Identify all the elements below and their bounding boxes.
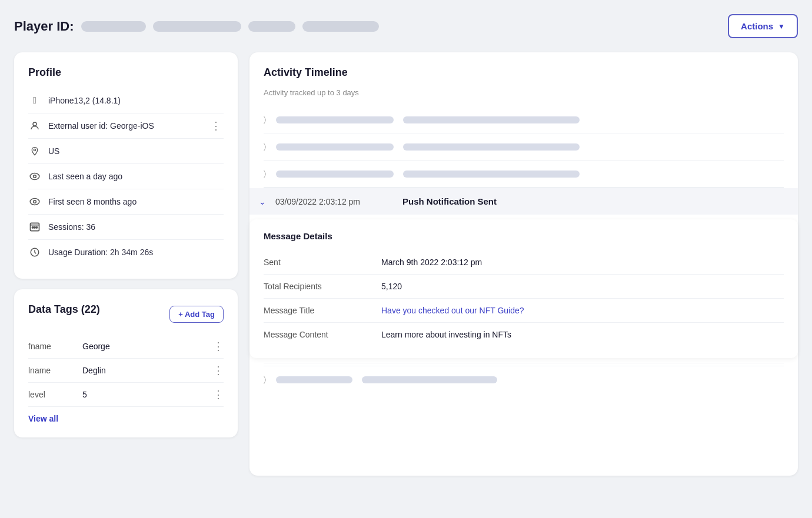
msg-label-content: Message Content — [264, 330, 358, 339]
msg-detail-content: Message Content Learn more about investi… — [264, 323, 784, 346]
sessions-icon — [28, 220, 41, 233]
external-id-row: External user id: George-iOS ⋮ — [48, 119, 224, 132]
external-id-menu[interactable]: ⋮ — [208, 119, 224, 132]
main-layout: Profile  iPhone13,2 (14.8.1) External u… — [14, 52, 798, 476]
last-seen-text: Last seen a day ago — [48, 172, 122, 181]
timeline-skeleton-row-2: 〉 — [264, 133, 784, 161]
tag-menu-level[interactable]: ⋮ — [213, 388, 224, 401]
tag-row-fname: fname George ⋮ — [28, 335, 224, 359]
profile-item-sessions: Sessions: 36 — [28, 215, 224, 240]
chevron-right-icon-1[interactable]: 〉 — [264, 115, 267, 125]
player-id-skeleton-1 — [81, 21, 146, 32]
location-icon — [28, 145, 41, 158]
svg-point-1 — [34, 149, 35, 151]
message-details-title: Message Details — [264, 231, 784, 241]
svg-point-2 — [30, 173, 39, 180]
tag-key-level: level — [28, 390, 75, 399]
page-header: Player ID: Actions ▼ — [14, 14, 798, 38]
eye-icon-last — [28, 170, 41, 183]
svg-point-3 — [34, 175, 36, 178]
msg-label-sent: Sent — [264, 258, 358, 267]
timeline-bottom-skeleton-row: 〉 — [264, 366, 784, 393]
skeleton-left-2 — [276, 143, 394, 151]
timeline-title: Activity Timeline — [264, 66, 784, 79]
chevron-right-icon-2[interactable]: 〉 — [264, 142, 267, 152]
usage-text: Usage Duration: 2h 34m 26s — [48, 248, 153, 257]
profile-item-last-seen: Last seen a day ago — [28, 164, 224, 189]
chevron-right-icon-bottom[interactable]: 〉 — [264, 375, 267, 385]
timeline-skeleton-row-3: 〉 — [264, 161, 784, 188]
msg-detail-recipients: Total Recipients 5,120 — [264, 275, 784, 299]
timeline-list: 〉 〉 〉 — [264, 106, 784, 188]
tag-val-level: 5 — [82, 390, 206, 399]
skeleton-right-1 — [403, 116, 580, 123]
apple-icon:  — [28, 94, 41, 107]
msg-value-sent: March 9th 2022 2:03:12 pm — [381, 258, 482, 267]
skeleton-left-1 — [276, 116, 394, 123]
actions-button[interactable]: Actions ▼ — [728, 14, 798, 38]
profile-item-first-seen: First seen 8 months ago — [28, 189, 224, 215]
msg-label-recipients: Total Recipients — [264, 282, 358, 291]
svg-point-7 — [32, 227, 34, 229]
bottom-skeleton-left — [276, 376, 352, 383]
msg-value-recipients: 5,120 — [381, 282, 402, 291]
expanded-datetime: 03/09/2022 2:03:12 pm — [275, 197, 393, 206]
profile-card: Profile  iPhone13,2 (14.8.1) External u… — [14, 52, 238, 279]
skeleton-right-2 — [403, 143, 580, 151]
view-all-link[interactable]: View all — [28, 414, 58, 423]
bottom-skeleton-right — [362, 376, 497, 383]
tag-table: fname George ⋮ lname Deglin ⋮ level 5 ⋮ — [28, 335, 224, 407]
svg-point-8 — [34, 227, 36, 229]
actions-label: Actions — [741, 21, 773, 31]
tag-row-level: level 5 ⋮ — [28, 383, 224, 407]
player-id-skeleton-2 — [153, 21, 241, 32]
profile-title: Profile — [28, 66, 224, 79]
eye-icon-first — [28, 195, 41, 208]
msg-value-content: Learn more about investing in NFTs — [381, 330, 511, 339]
tag-menu-fname[interactable]: ⋮ — [213, 340, 224, 353]
location-text: US — [48, 146, 59, 156]
data-tags-header: Data Tags (22) + Add Tag — [28, 303, 224, 325]
tag-val-lname: Deglin — [82, 366, 206, 375]
data-tags-count: (22) — [81, 303, 100, 315]
msg-detail-title-row: Message Title Have you checked out our N… — [264, 299, 784, 323]
msg-label-title: Message Title — [264, 306, 358, 315]
left-column: Profile  iPhone13,2 (14.8.1) External u… — [14, 52, 238, 437]
timeline-skeleton-row-1: 〉 — [264, 106, 784, 133]
tag-key-fname: fname — [28, 342, 75, 351]
external-id-text: External user id: George-iOS — [48, 121, 154, 131]
expanded-row-header[interactable]: ⌄ 03/09/2022 2:03:12 pm Push Notificatio… — [249, 188, 798, 215]
sessions-text: Sessions: 36 — [48, 222, 95, 232]
timeline-subtitle: Activity tracked up to 3 days — [264, 88, 784, 97]
profile-list:  iPhone13,2 (14.8.1) External user id: … — [28, 88, 224, 265]
player-id-row: Player ID: — [14, 19, 379, 34]
data-tags-title: Data Tags (22) — [28, 303, 100, 316]
tag-row-lname: lname Deglin ⋮ — [28, 359, 224, 383]
chevron-down-icon-expanded: ⌄ — [259, 197, 266, 206]
msg-detail-sent: Sent March 9th 2022 2:03:12 pm — [264, 250, 784, 275]
player-id-label: Player ID: — [14, 19, 74, 34]
profile-item-external-id: External user id: George-iOS ⋮ — [28, 113, 224, 139]
chevron-down-icon: ▼ — [778, 22, 785, 31]
activity-timeline-card: Activity Timeline Activity tracked up to… — [249, 52, 798, 476]
svg-point-0 — [33, 122, 36, 126]
profile-item-location: US — [28, 139, 224, 164]
add-tag-button[interactable]: + Add Tag — [169, 306, 224, 323]
svg-point-5 — [34, 200, 36, 203]
skeleton-left-3 — [276, 171, 394, 178]
msg-value-title-link[interactable]: Have you checked out our NFT Guide? — [381, 306, 524, 315]
timeline-expanded-row: ⌄ 03/09/2022 2:03:12 pm Push Notificatio… — [264, 188, 784, 363]
profile-item-usage: Usage Duration: 2h 34m 26s — [28, 240, 224, 265]
svg-point-4 — [30, 199, 39, 205]
data-tags-card: Data Tags (22) + Add Tag fname George ⋮ … — [14, 289, 238, 437]
svg-point-9 — [36, 227, 38, 229]
expanded-event: Push Notification Sent — [402, 196, 497, 206]
skeleton-right-3 — [403, 171, 580, 178]
message-details-panel: Message Details Sent March 9th 2022 2:03… — [249, 219, 798, 358]
player-id-skeleton-4 — [302, 21, 379, 32]
user-circle-icon — [28, 119, 41, 132]
player-id-skeleton-3 — [248, 21, 295, 32]
clock-icon — [28, 246, 41, 259]
chevron-right-icon-3[interactable]: 〉 — [264, 169, 267, 179]
tag-menu-lname[interactable]: ⋮ — [213, 364, 224, 377]
